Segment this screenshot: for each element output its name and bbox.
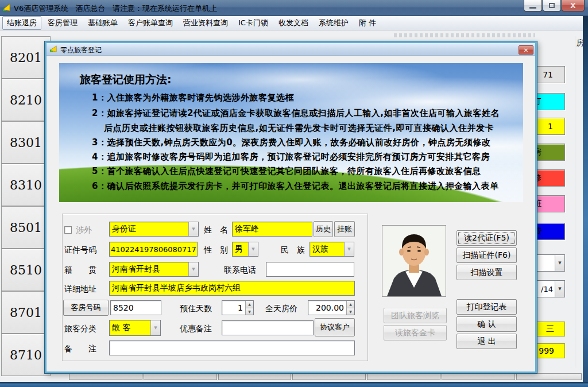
spin-down-icon[interactable]: ▼ [347, 308, 354, 315]
menu-item-maintenance[interactable]: 系统维护 [315, 17, 353, 29]
instruction-line: 后点历史或挂账按钮获取旅客历史信息,如无证件需先发卡时可选择无证件,即可直接确认… [104, 123, 494, 134]
window-bottom-border [0, 382, 588, 387]
credit-button[interactable]: 挂账 [334, 221, 355, 237]
room-button-8710[interactable]: 8710 [1, 334, 51, 376]
phone-input[interactable] [266, 262, 354, 277]
room-button-8201[interactable]: 8201 [1, 36, 51, 79]
confirm-button[interactable]: 确 认 [457, 316, 517, 332]
chevron-down-icon[interactable]: ▼ [150, 320, 160, 335]
gender-label: 性 别 [204, 245, 228, 256]
menu-bar: 结账退房 客房管理 基础账单 客户账单查询 营业资料查询 IC卡门锁 收发文档 … [0, 16, 588, 30]
maximize-icon [549, 3, 555, 8]
chevron-down-icon[interactable]: ▼ [555, 281, 564, 297]
instruction-line: 6：确认后依照系统提示发行房卡，并可打印旅客入住登记表。退出旅客登记后将直接进入… [92, 181, 498, 192]
cert-no-label: 证件号码 [64, 245, 96, 256]
menu-item-ic-lock[interactable]: IC卡门锁 [234, 17, 272, 29]
chevron-down-icon[interactable]: ▼ [188, 262, 198, 276]
discount-label: 优惠备注 [180, 324, 212, 334]
close-icon: X [570, 2, 575, 10]
covered-text-strip [394, 33, 535, 37]
scan-cert-button[interactable]: 扫描证件(F6) [457, 247, 517, 263]
phone-label: 联系电话 [224, 265, 256, 276]
exit-button[interactable]: 退 出 [457, 334, 517, 349]
days-label: 预住天数 [180, 304, 212, 314]
dialog-title: 零点旅客登记 [60, 45, 102, 55]
room-button-8310[interactable]: 8310 [1, 164, 51, 206]
discount-input[interactable] [222, 320, 314, 335]
address-label: 详细地址 [64, 284, 96, 295]
bottom-segment[interactable] [292, 373, 366, 380]
instruction-line: 4：追加旅客时修改客房号码即为追加客房，预订旅客登记时必须安排完所有预订房方可安… [92, 152, 490, 162]
chevron-down-icon[interactable]: ▼ [248, 242, 258, 256]
chevron-down-icon[interactable]: ▼ [344, 242, 354, 256]
menu-item-checkout[interactable]: 结账退房 [2, 16, 41, 30]
spin-down-icon[interactable]: ▼ [246, 308, 253, 315]
room-button-8701[interactable]: 8701 [1, 291, 51, 334]
right-panel-divider [575, 36, 575, 367]
origin-combo[interactable]: 河南省开封县 ▼ [109, 262, 199, 277]
read-gold-card-button[interactable]: 读旅客金卡 [384, 325, 447, 340]
foreign-checkbox[interactable] [64, 226, 72, 234]
room-button-8510[interactable]: 8510 [1, 249, 51, 291]
name-input[interactable]: 徐军峰 [232, 222, 312, 237]
maximize-button[interactable] [543, 0, 561, 11]
bottom-segment[interactable] [218, 373, 291, 380]
ethnic-label: 民 族 [281, 245, 305, 256]
instruction-heading: 旅客登记使用方法: [80, 72, 172, 87]
chevron-down-icon[interactable]: ▼ [188, 222, 198, 236]
price-label: 全天房价 [265, 304, 297, 314]
room-no-input[interactable]: 8520 [110, 300, 161, 315]
menu-item-rooms[interactable]: 客房管理 [44, 17, 82, 29]
bottom-segment[interactable] [367, 373, 440, 380]
scan-setup-button[interactable]: 扫描设置 [457, 265, 517, 280]
menu-item-attachments[interactable]: 附 件 [355, 17, 380, 29]
foreign-label: 涉外 [76, 225, 92, 235]
group-browse-button[interactable]: 团队旅客浏览 [384, 308, 447, 323]
bottom-segment[interactable] [144, 373, 217, 380]
category-label: 旅客分类 [64, 324, 96, 334]
remark-input[interactable] [109, 340, 355, 355]
room-no-button[interactable]: 客房号码 [63, 300, 109, 316]
agreement-customer-button[interactable]: 协议客户 [315, 318, 355, 336]
read-id-card-button[interactable]: 读2代证(F5) [457, 230, 517, 246]
menu-item-base-bill[interactable]: 基础账单 [84, 17, 122, 29]
dialog-titlebar: 零点旅客登记 ✕ [47, 43, 535, 56]
close-button[interactable]: X [562, 0, 585, 11]
address-input[interactable]: 河南省开封县半坡店乡韦政岗村六组 [109, 281, 355, 296]
menu-item-customer-bill[interactable]: 客户账单查询 [124, 17, 177, 29]
page-root: { "window": { "title": "V6酒店管理系统 酒店总台 请注… [0, 0, 588, 387]
close-icon: ✕ [524, 47, 528, 53]
history-button[interactable]: 历史 [314, 221, 333, 237]
minimize-button[interactable] [524, 0, 542, 11]
origin-label: 籍 贯 [64, 265, 96, 276]
bottom-segment[interactable] [442, 373, 515, 380]
spin-up-icon[interactable]: ▲ [347, 301, 354, 308]
price-stepper[interactable]: 200.00 ▲▼ [308, 300, 355, 315]
room-button-8210[interactable]: 8210 [1, 79, 51, 121]
guest-photo-image [382, 226, 446, 296]
category-combo[interactable]: 散 客 ▼ [109, 320, 161, 336]
days-stepper[interactable]: 1 ▲▼ [222, 300, 254, 315]
ethnic-combo[interactable]: 汉族 ▼ [310, 242, 354, 257]
dialog-icon [49, 45, 58, 53]
instruction-line: 1：入住旅客为外籍旅客时请先钩选涉外旅客复选框 [92, 92, 294, 103]
minimize-icon [529, 7, 536, 9]
menu-item-business-data[interactable]: 营业资料查询 [179, 17, 232, 29]
gender-combo[interactable]: 男 ▼ [232, 242, 258, 257]
main-titlebar: V6酒店管理系统 酒店总台 请注意：现在系统运行在单机上 X [0, 0, 588, 16]
cert-no-input[interactable]: 410224197806080717 [109, 242, 198, 257]
window-right-border [583, 16, 588, 387]
room-button-8501[interactable]: 8501 [1, 206, 51, 249]
bottom-segment[interactable] [516, 373, 582, 380]
room-button-8301[interactable]: 8301 [1, 121, 51, 164]
remark-label: 备 注 [64, 344, 96, 354]
spin-up-icon[interactable]: ▲ [246, 301, 253, 308]
dialog-close-button[interactable]: ✕ [519, 45, 533, 55]
menu-item-documents[interactable]: 收发文档 [274, 17, 312, 29]
instruction-banner: 旅客登记使用方法: 1：入住旅客为外籍旅客时请先钩选涉外旅客复选框 2：如旅客持… [59, 63, 523, 202]
cert-type-combo[interactable]: 身份证 ▼ [109, 222, 199, 237]
chevron-down-icon[interactable]: ▼ [555, 255, 564, 271]
print-form-button[interactable]: 打印登记表 [457, 299, 517, 315]
bottom-segment[interactable] [69, 373, 142, 380]
name-label: 姓 名 [204, 225, 228, 235]
